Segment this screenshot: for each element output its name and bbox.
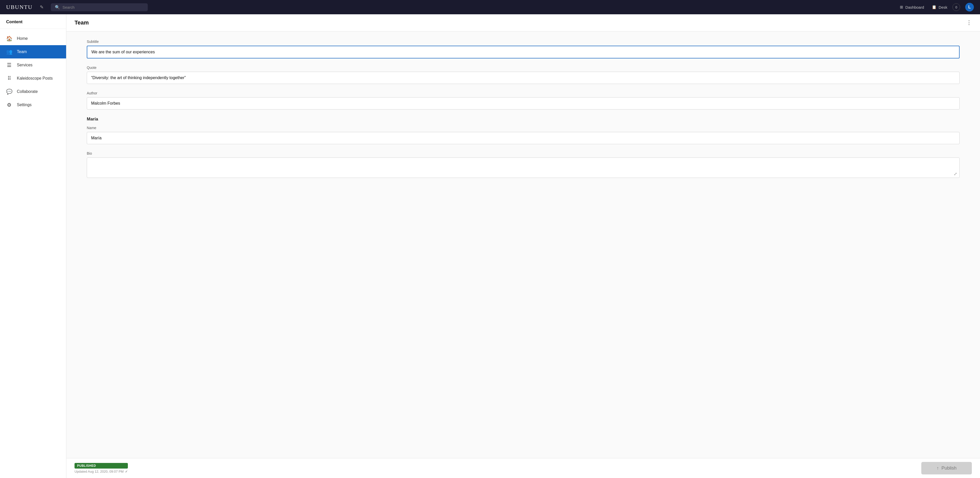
name-section: Name: [87, 126, 959, 144]
name-label: Name: [87, 126, 959, 130]
nav-links: ⊞ Dashboard 📋 Desk: [900, 5, 947, 10]
quote-input[interactable]: [87, 72, 959, 84]
content-header: Team ⋮: [66, 14, 980, 31]
bio-textarea[interactable]: [87, 158, 959, 178]
sidebar-item-settings[interactable]: ⚙ Settings: [0, 98, 66, 112]
top-navigation: UBUNTU ✎ 🔍 ⊞ Dashboard 📋 Desk 0 L: [0, 0, 980, 14]
bottom-bar: PUBLISHED Updated Aug 12, 2020, 09:07 PM…: [66, 458, 980, 478]
edit-icon[interactable]: ✎: [40, 4, 44, 10]
home-icon: 🏠: [6, 35, 12, 41]
notifications-button[interactable]: 0: [953, 3, 960, 11]
quote-label: Quote: [87, 65, 959, 70]
sidebar-item-kaleidoscope[interactable]: ⠿ Kaleidoscope Posts: [0, 72, 66, 85]
dashboard-icon: ⊞: [900, 5, 903, 10]
author-section: Author: [87, 91, 959, 110]
sidebar-item-home[interactable]: 🏠 Home: [0, 32, 66, 45]
bottom-status: PUBLISHED Updated Aug 12, 2020, 09:07 PM…: [75, 463, 128, 473]
sidebar: Content 🏠 Home 👥 Team ☰ Services ⠿ Kalei…: [0, 14, 66, 478]
updated-text: Updated Aug 12, 2020, 09:07 PM ✓: [75, 470, 128, 473]
sidebar-item-settings-label: Settings: [17, 103, 32, 107]
app-logo: UBUNTU: [6, 4, 33, 10]
maria-section-title: María: [87, 116, 959, 122]
bio-textarea-wrapper: ⤢: [87, 158, 959, 179]
content-area: Team ⋮ Subtitle Quote Author María: [66, 14, 980, 478]
sidebar-nav: 🏠 Home 👥 Team ☰ Services ⠿ Kaleidoscope …: [0, 29, 66, 115]
published-badge: PUBLISHED: [75, 463, 128, 468]
desk-icon: 📋: [932, 5, 937, 10]
team-icon: 👥: [6, 49, 12, 55]
settings-icon: ⚙: [6, 102, 12, 108]
search-bar[interactable]: 🔍: [51, 3, 148, 11]
search-icon: 🔍: [55, 5, 60, 10]
expand-icon[interactable]: ⤢: [954, 172, 957, 176]
publish-arrow-icon: ↑: [937, 465, 939, 471]
sidebar-header: Content: [0, 14, 66, 29]
sidebar-item-services[interactable]: ☰ Services: [0, 59, 66, 72]
desk-link[interactable]: 📋 Desk: [932, 5, 947, 10]
services-icon: ☰: [6, 62, 12, 68]
user-avatar[interactable]: L: [965, 3, 974, 11]
content-scroll: Subtitle Quote Author María Name: [66, 31, 980, 458]
name-input[interactable]: [87, 132, 959, 144]
sidebar-item-team[interactable]: 👥 Team: [0, 45, 66, 59]
kaleidoscope-icon: ⠿: [6, 75, 12, 81]
bio-section: Bio ⤢: [87, 151, 959, 179]
checkmark-icon: ✓: [125, 470, 128, 473]
collaborate-icon: 💬: [6, 89, 12, 95]
publish-button[interactable]: ↑ Publish: [921, 462, 972, 475]
sidebar-item-collaborate-label: Collaborate: [17, 89, 38, 94]
bio-label: Bio: [87, 151, 959, 155]
author-input[interactable]: [87, 97, 959, 110]
sidebar-item-home-label: Home: [17, 36, 28, 41]
sidebar-item-services-label: Services: [17, 63, 32, 67]
subtitle-label: Subtitle: [87, 40, 959, 44]
sidebar-item-collaborate[interactable]: 💬 Collaborate: [0, 85, 66, 98]
more-options-icon[interactable]: ⋮: [966, 19, 972, 26]
maria-section: María Name Bio ⤢: [87, 116, 959, 179]
subtitle-section: Subtitle: [87, 40, 959, 59]
page-title: Team: [75, 19, 89, 26]
author-label: Author: [87, 91, 959, 95]
dashboard-link[interactable]: ⊞ Dashboard: [900, 5, 924, 10]
search-input[interactable]: [62, 5, 144, 10]
main-layout: Content 🏠 Home 👥 Team ☰ Services ⠿ Kalei…: [0, 14, 980, 478]
sidebar-item-kaleidoscope-label: Kaleidoscope Posts: [17, 76, 53, 81]
quote-section: Quote: [87, 65, 959, 84]
sidebar-item-team-label: Team: [17, 49, 27, 54]
subtitle-input[interactable]: [87, 46, 959, 59]
